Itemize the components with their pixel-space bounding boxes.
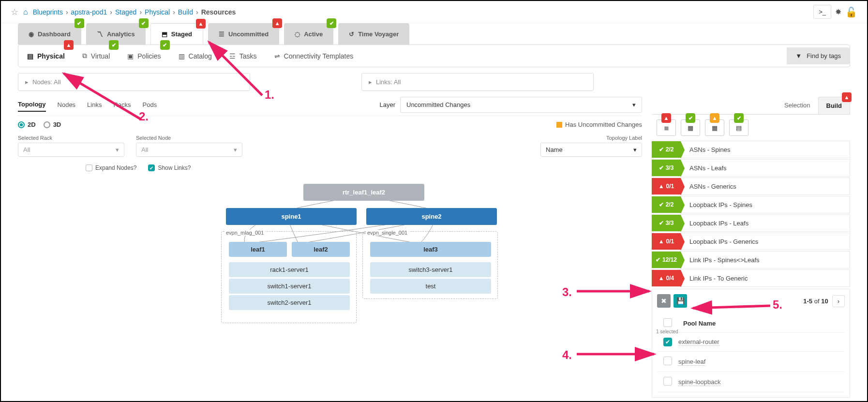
save-button[interactable]: 💾	[673, 294, 687, 308]
selected-count: 1 selected	[656, 329, 678, 334]
history-icon: ↺	[349, 30, 354, 38]
resource-linkips-spines-leafs[interactable]: ✔12/12Link IPs - Spines<>Leafs	[652, 251, 850, 268]
status-badge: ✔	[734, 113, 744, 123]
layer-select[interactable]: Uncommitted Changes▾	[400, 97, 642, 113]
layer-label: Layer	[379, 101, 395, 108]
select-all-checkbox[interactable]	[663, 318, 672, 327]
pool-row[interactable]: spine-loopback	[657, 372, 845, 392]
annotation-3: 3.	[562, 285, 572, 299]
panel-tab-selection[interactable]: Selection	[777, 97, 818, 114]
node-server[interactable]: switch2-server1	[229, 295, 350, 310]
tab-tasks[interactable]: ☲Tasks	[221, 45, 266, 67]
node-server[interactable]: test	[370, 279, 491, 294]
node-server[interactable]: switch1-server1	[229, 279, 350, 294]
device-type-3[interactable]: ▦▲	[705, 119, 724, 136]
show-links-checkbox[interactable]: ✔Show Links?	[148, 164, 191, 171]
device-type-2[interactable]: ▦✔	[681, 119, 700, 136]
check-icon: ✔	[659, 146, 664, 153]
tab-uncommitted[interactable]: ☰Uncommitted▲	[208, 23, 279, 45]
bug-icon[interactable]: ✸	[835, 7, 841, 16]
view-tab-links[interactable]: Links	[87, 98, 102, 111]
caret-right-icon: ▸	[369, 78, 372, 86]
caret-right-icon: ▸	[25, 78, 29, 86]
resource-asn-spines[interactable]: ✔2/2ASNs - Spines	[652, 141, 850, 158]
physical-icon: ▤	[27, 52, 33, 60]
links-filter[interactable]: ▸Links: All	[361, 73, 594, 91]
view-tab-pods[interactable]: Pods	[143, 98, 157, 111]
panel-tab-build[interactable]: Build▲	[818, 97, 851, 114]
check-icon: ✔	[659, 220, 664, 226]
view-tab-racks[interactable]: Racks	[113, 98, 131, 111]
status-badge: ▲	[710, 113, 719, 123]
view-tab-topology[interactable]: Topology	[18, 98, 46, 112]
topbar: ☆ ⌂ Blueprints› apstra-pod1› Staged› Phy…	[1, 1, 867, 23]
check-icon: ✔	[656, 256, 660, 263]
tab-active[interactable]: ◌Active✔	[284, 23, 333, 45]
favorite-star-icon[interactable]: ☆	[11, 7, 18, 17]
selected-rack-select[interactable]: All▾	[18, 143, 124, 157]
status-badge: ✔	[160, 40, 170, 50]
node-server[interactable]: switch3-server1	[370, 262, 491, 277]
radio-3d[interactable]: 3D	[44, 121, 61, 128]
resource-loopback-spines[interactable]: ✔2/2Loopback IPs - Spines	[652, 196, 850, 213]
catalog-icon: ▥	[179, 52, 185, 60]
node-server[interactable]: rack1-server1	[229, 262, 350, 277]
chevron-down-icon: ▾	[632, 101, 636, 108]
pool-row[interactable]: ✔external-router	[657, 333, 845, 352]
active-icon: ◌	[295, 30, 300, 38]
next-page-button[interactable]: ›	[832, 295, 845, 307]
device-type-4[interactable]: ▤✔	[729, 119, 748, 136]
tab-catalog[interactable]: ▥Catalog	[170, 45, 221, 67]
warning-icon: ▲	[658, 238, 664, 245]
cli-button[interactable]: >_	[813, 5, 831, 19]
breadcrumb-blueprint-name[interactable]: apstra-pod1	[71, 8, 107, 16]
tab-connectivity-templates[interactable]: ⇌Connectivity Templates	[266, 45, 362, 67]
topology-label-select[interactable]: Name▾	[540, 143, 642, 157]
tab-policies[interactable]: ▣Policies✔	[119, 45, 169, 67]
view-tabs: Topology Nodes Links Racks Pods Layer Un…	[18, 97, 642, 116]
device-type-1[interactable]: ≣▲	[657, 119, 676, 136]
nodes-filter[interactable]: ▸Nodes: All	[18, 73, 250, 91]
resource-linkips-generic[interactable]: ▲0/4Link IPs - To Generic	[652, 269, 850, 287]
tab-time-voyager[interactable]: ↺Time Voyager	[338, 23, 409, 45]
pool-row[interactable]: spine-leaf	[657, 352, 845, 372]
tab-physical[interactable]: ▤Physical▲	[18, 45, 74, 67]
node-leaf1[interactable]: leaf1	[229, 242, 287, 257]
unlock-icon[interactable]: 🔓	[845, 6, 857, 18]
resource-loopback-generics[interactable]: ▲0/1Loopback IPs - Generics	[652, 233, 850, 250]
gauge-icon: ◉	[29, 30, 34, 38]
status-badge: ▲	[842, 92, 852, 102]
node-spine1[interactable]: spine1	[226, 208, 357, 225]
selected-node-select[interactable]: All▾	[136, 143, 242, 157]
tab-virtual[interactable]: ⧉Virtual✔	[74, 45, 119, 67]
view-tab-nodes[interactable]: Nodes	[58, 98, 76, 111]
panel-tabs: Selection Build▲	[652, 97, 850, 115]
resource-asn-leafs[interactable]: ✔3/3ASNs - Leafs	[652, 159, 850, 177]
breadcrumb-build[interactable]: Build	[178, 8, 193, 16]
topology-canvas[interactable]: rtr_leaf1_leaf2 spine1 spine2 evpn_mlag_…	[18, 181, 642, 336]
breadcrumb-blueprints[interactable]: Blueprints	[33, 8, 63, 16]
pool-checkbox[interactable]	[663, 357, 672, 365]
filters-row: ▸Nodes: All ▸Links: All	[1, 67, 867, 97]
pool-checkbox[interactable]	[663, 377, 672, 386]
breadcrumb-staged[interactable]: Staged	[115, 8, 136, 16]
selected-node-label: Selected Node	[136, 135, 242, 141]
cancel-button[interactable]: ✖	[657, 294, 671, 308]
node-leaf3[interactable]: leaf3	[370, 242, 491, 257]
check-icon: ✔	[659, 201, 664, 208]
resource-loopback-leafs[interactable]: ✔3/3Loopback IPs - Leafs	[652, 214, 850, 232]
resource-asn-generics[interactable]: ▲0/1ASNs - Generics	[652, 178, 850, 195]
home-icon[interactable]: ⌂	[23, 8, 28, 16]
status-badge: ▲	[64, 40, 74, 50]
node-leaf2[interactable]: leaf2	[292, 242, 350, 257]
expand-nodes-checkbox[interactable]: Expand Nodes?	[86, 164, 136, 171]
pool-checkbox[interactable]: ✔	[663, 338, 672, 346]
radio-2d[interactable]: 2D	[18, 121, 36, 128]
tab-staged[interactable]: ⬒Staged▲	[150, 23, 203, 45]
status-badge: ✔	[109, 40, 119, 50]
uncommitted-legend: Has Uncommitted Changes	[556, 121, 642, 128]
node-spine2[interactable]: spine2	[366, 208, 497, 225]
node-router[interactable]: rtr_leaf1_leaf2	[303, 184, 424, 201]
find-by-tags-button[interactable]: ▼Find by tags	[787, 47, 850, 64]
breadcrumb-physical[interactable]: Physical	[145, 8, 170, 16]
